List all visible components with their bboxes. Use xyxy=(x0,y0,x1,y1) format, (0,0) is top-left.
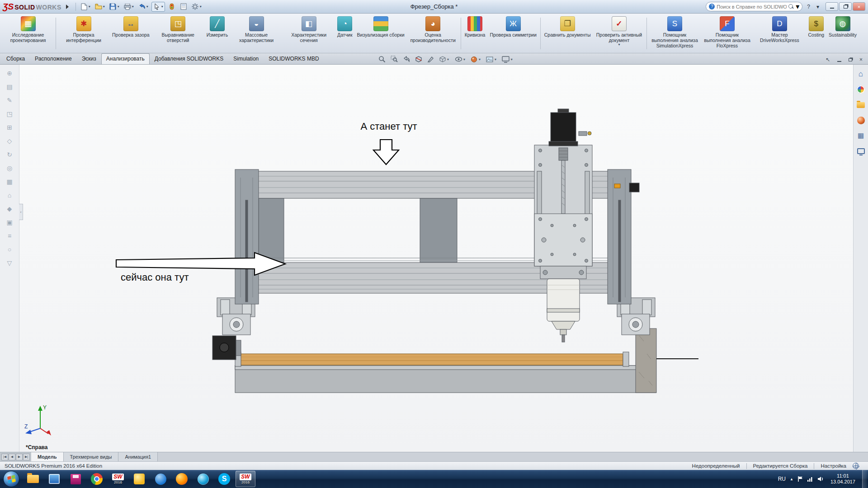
promote-ribbon-icon[interactable]: ↖ xyxy=(826,57,830,62)
rotate-component-icon[interactable] xyxy=(4,150,15,160)
action-center-flag-icon[interactable] xyxy=(797,476,803,482)
ribbon-button-symmetry-check[interactable]: Проверка симметрии xyxy=(487,15,538,53)
home-view-icon[interactable] xyxy=(4,190,15,200)
assembly-feature-icon[interactable] xyxy=(4,217,15,227)
appearances-icon[interactable] xyxy=(856,115,866,125)
print-button[interactable]: ▾ xyxy=(123,2,135,12)
ribbon-button-clearance-check[interactable]: Проверка зазора xyxy=(110,15,152,53)
hidden-icons-chevron[interactable]: ▲ xyxy=(790,477,793,481)
mate-icon[interactable] xyxy=(4,82,15,92)
taskbar-firefox-icon[interactable] xyxy=(172,471,192,487)
taskbar-globe-app-icon[interactable] xyxy=(193,471,213,487)
ribbon-button-hole-alignment[interactable]: Выравнивание отверстий xyxy=(152,15,204,53)
first-tab-icon[interactable] xyxy=(1,454,8,460)
previous-view-icon[interactable] xyxy=(403,56,410,62)
tab-addins[interactable]: Добавления SOLIDWORKS xyxy=(150,53,229,64)
custom-properties-icon[interactable] xyxy=(856,131,866,141)
view-settings-icon[interactable]: ▼ xyxy=(502,56,513,63)
taskbar-folder-icon[interactable] xyxy=(23,471,43,487)
tab-assembly[interactable]: Сборка xyxy=(1,53,30,64)
smart-fastener-icon[interactable] xyxy=(4,163,15,173)
ribbon-button-mass-properties[interactable]: Массовые характеристики xyxy=(230,15,283,53)
exploded-view-icon[interactable] xyxy=(4,204,15,214)
ribbon-button-measure[interactable]: Измерить xyxy=(204,15,230,53)
pattern-icon[interactable] xyxy=(4,122,15,132)
taskbar-yellow-app-icon[interactable] xyxy=(129,471,149,487)
panel-collapse-handle[interactable] xyxy=(19,204,23,220)
search-icon[interactable] xyxy=(788,4,794,9)
undo-button[interactable]: ▾ xyxy=(137,2,150,12)
model-tab[interactable]: Модель xyxy=(31,452,64,461)
ribbon-button-sustainability[interactable]: Sustainability xyxy=(826,15,859,53)
clock[interactable]: 11:01 13.04.2017 xyxy=(828,473,858,485)
last-tab-icon[interactable] xyxy=(23,454,30,460)
select-button[interactable]: ▾ xyxy=(151,2,165,12)
tab-simulation[interactable]: Simulation xyxy=(228,53,264,64)
apply-scene-icon[interactable]: ▼ xyxy=(486,56,497,62)
triangle-tool-icon[interactable] xyxy=(4,258,15,268)
move-component-icon[interactable] xyxy=(4,109,15,119)
solidworks-resources-icon[interactable] xyxy=(856,84,866,94)
zoom-area-icon[interactable] xyxy=(391,56,398,63)
show-desktop-button[interactable] xyxy=(862,470,867,488)
animation-tab[interactable]: Анимация1 xyxy=(118,452,158,461)
ribbon-button-costing[interactable]: Costing xyxy=(806,15,826,53)
help-button[interactable]: ? xyxy=(805,4,812,10)
network-icon[interactable] xyxy=(807,476,813,482)
reference-geometry-icon[interactable] xyxy=(4,136,15,146)
ribbon-button-section-properties[interactable]: Характеристики сечения xyxy=(283,15,335,53)
tab-sketch[interactable]: Эскиз xyxy=(77,53,101,64)
circle-tool-icon[interactable] xyxy=(4,244,15,254)
new-document-button[interactable]: ▾ xyxy=(79,2,92,12)
chevron-down-icon[interactable]: ▾ xyxy=(796,2,799,11)
save-button[interactable]: ▾ xyxy=(108,2,121,12)
zoom-fit-icon[interactable] xyxy=(378,56,386,63)
ribbon-button-sensor[interactable]: Датчик xyxy=(335,15,354,53)
open-button[interactable]: ▾ xyxy=(94,2,106,12)
ribbon-button-curvature[interactable]: Кривизна xyxy=(462,15,488,53)
tab-mbd[interactable]: SOLIDWORKS MBD xyxy=(264,53,324,64)
configuration-label[interactable]: Настройка xyxy=(819,463,848,469)
taskbar-skype-icon[interactable] xyxy=(214,471,234,487)
ribbon-button-driveworksxpress[interactable]: Мастер DriveWorksXpress xyxy=(753,15,806,53)
taskbar-solidworks-pinned-icon[interactable]: SW2016 xyxy=(108,471,128,487)
close-document-icon[interactable]: × xyxy=(859,57,863,62)
ribbon-button-assembly-visualization[interactable]: Визуализация сборки xyxy=(355,15,407,53)
sketch-icon[interactable] xyxy=(4,95,15,105)
search-input[interactable] xyxy=(717,4,787,9)
taskbar-blue-app-icon[interactable] xyxy=(44,471,64,487)
help-dropdown-button[interactable]: ▾ xyxy=(815,4,821,10)
three-d-views-tab[interactable]: Трехмерные виды xyxy=(64,452,119,461)
hide-show-items-icon[interactable]: ▼ xyxy=(455,56,466,62)
restore-button[interactable] xyxy=(839,2,852,11)
taskbar-chrome-icon[interactable] xyxy=(87,471,107,487)
ribbon-button-compare-documents[interactable]: Сравнить документы xyxy=(542,15,593,53)
tab-layout[interactable]: Расположение xyxy=(30,53,77,64)
section-view-icon[interactable] xyxy=(415,56,422,63)
design-library-icon[interactable] xyxy=(856,100,866,110)
ribbon-button-floxpress[interactable]: Помощник выполнения анализа FloXpress xyxy=(701,15,753,53)
home-icon[interactable] xyxy=(856,69,866,79)
edit-appearance-icon[interactable]: ▼ xyxy=(471,56,481,63)
volume-icon[interactable] xyxy=(817,476,824,482)
ribbon-button-performance-evaluation[interactable]: Оценка производительности xyxy=(407,15,459,53)
dynamic-annotation-icon[interactable] xyxy=(427,56,434,63)
start-button[interactable] xyxy=(3,471,19,487)
taskbar-blue-round-app-icon[interactable] xyxy=(151,471,170,487)
close-button[interactable]: × xyxy=(853,2,865,11)
minimize-document-icon[interactable] xyxy=(837,61,841,62)
menu-expand-icon[interactable] xyxy=(66,5,69,9)
minimize-button[interactable] xyxy=(826,2,838,11)
next-tab-icon[interactable] xyxy=(16,454,23,460)
insert-component-icon[interactable] xyxy=(4,68,15,78)
file-properties-button[interactable] xyxy=(179,2,189,12)
ribbon-button-simulationxpress[interactable]: Помощник выполнения анализа SimulationXp… xyxy=(648,15,701,53)
taskbar-solidworks-active-icon[interactable]: SW2016 xyxy=(236,471,255,487)
ribbon-button-interference-check[interactable]: Проверка интерференции xyxy=(57,15,110,53)
display-style-icon[interactable]: ▼ xyxy=(439,56,450,63)
forum-icon[interactable] xyxy=(856,146,866,156)
ribbon-button-design-study[interactable]: Исследование проектирования xyxy=(2,15,54,53)
tab-evaluate[interactable]: Анализировать xyxy=(101,53,150,64)
graphics-viewport[interactable]: А станет тут сейчас она тут Y Z *Справа xyxy=(19,65,853,452)
options-button[interactable]: ▾ xyxy=(190,2,203,12)
